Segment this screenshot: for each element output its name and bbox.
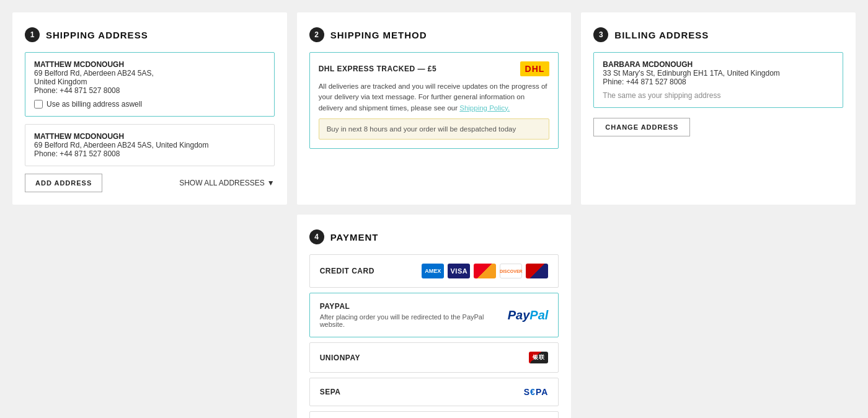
payment-section: 4 PAYMENT CREDIT CARD AMEX VISA DISCOVER [297, 215, 572, 418]
billing-address-box: BARBARA MCDONOUGH 33 St Mary's St, Edinb… [593, 52, 843, 108]
billing-address-phone: Phine: +44 871 527 8008 [603, 78, 834, 86]
billing-same-note: The same as your shipping address [603, 91, 834, 100]
mastercard-icon [474, 264, 496, 278]
change-address-button[interactable]: CHANGE ADDRESS [593, 118, 690, 136]
sepa-logo: S€PA [524, 387, 549, 397]
card-icons: AMEX VISA DISCOVER [420, 264, 548, 278]
shipping-method-name: DHL EXPRESS TRACKED — £5 [319, 64, 436, 73]
chevron-down-icon: ▼ [267, 179, 275, 187]
step-4-badge: 4 [309, 229, 324, 244]
billing-same-checkbox-row[interactable]: Use as billing address aswell [34, 100, 265, 109]
shipping-method-box[interactable]: DHL EXPRESS TRACKED — £5 DHL All deliver… [309, 52, 559, 149]
shipping-desc: All deliveries are tracked and you will … [319, 81, 550, 113]
paypal-label: PAYPAL [320, 302, 508, 311]
dhl-logo: DHL [520, 61, 550, 76]
selected-address-line2: United Kingdom [34, 78, 265, 86]
selected-address-box[interactable]: MATTHEW MCDONOUGH 69 Belford Rd, Aberdee… [25, 52, 275, 117]
alt-address-line1: 69 Belford Rd, Aberdeen AB24 5AS, United… [34, 141, 265, 149]
paypal-desc: After placing order you will be redirect… [320, 313, 508, 328]
shipping-method-title: SHIPPING METHOD [330, 30, 427, 40]
shipping-method-section: 2 SHIPPING METHOD DHL EXPRESS TRACKED — … [297, 12, 572, 205]
billing-address-header: 3 BILLING ADDRESS [593, 27, 843, 42]
paypal-logo: PayPal [508, 308, 549, 322]
billing-address-section: 3 BILLING ADDRESS BARBARA MCDONOUGH 33 S… [581, 12, 856, 205]
credit-card-label: CREDIT CARD [320, 267, 421, 275]
payment-option-dotpay[interactable]: DOTPAY ●dotpay [309, 411, 559, 418]
shipping-address-section: 1 SHIPPING ADDRESS MATTHEW MCDONOUGH 69 … [12, 12, 287, 205]
alt-address-box[interactable]: MATTHEW MCDONOUGH 69 Belford Rd, Aberdee… [25, 124, 275, 166]
payment-option-unionpay[interactable]: UNIONPAY 银联 [309, 342, 559, 373]
payment-option-sepa[interactable]: SEPA S€PA [309, 378, 559, 406]
shipping-method-info-header: DHL EXPRESS TRACKED — £5 DHL [319, 61, 550, 76]
paypal-p-blue: Pay [508, 308, 530, 322]
step-2-badge: 2 [309, 27, 324, 42]
amex-icon: AMEX [422, 264, 444, 278]
alt-address-phone: Phone: +44 871 527 8008 [34, 149, 265, 158]
visa-icon: VISA [448, 264, 470, 278]
payment-options-list: CREDIT CARD AMEX VISA DISCOVER PAYPAL Af… [309, 254, 559, 418]
step-1-badge: 1 [25, 27, 40, 42]
address-actions: ADD ADDRESS SHOW ALL ADDRESSES ▼ [25, 174, 275, 192]
add-address-button[interactable]: ADD ADDRESS [25, 174, 102, 192]
billing-same-label: Use as billing address aswell [46, 100, 142, 109]
billing-address-title: BILLING ADDRESS [614, 30, 709, 40]
dispatch-notice: Buy in next 8 hours and your order will … [319, 118, 550, 140]
shipping-address-title: SHIPPING ADDRESS [46, 30, 148, 40]
selected-address-line1: 69 Belford Rd, Aberdeen AB24 5AS, [34, 69, 265, 78]
show-all-addresses-link[interactable]: SHOW ALL ADDRESSES ▼ [179, 179, 275, 187]
shipping-policy-link[interactable]: Shipping Policy. [459, 104, 510, 112]
billing-address-name: BARBARA MCDONOUGH [603, 60, 834, 69]
payment-option-paypal[interactable]: PAYPAL After placing order you will be r… [309, 293, 559, 337]
payment-option-credit-card[interactable]: CREDIT CARD AMEX VISA DISCOVER [309, 254, 559, 288]
selected-address-name: MATTHEW MCDONOUGH [34, 60, 265, 69]
alt-address-name: MATTHEW MCDONOUGH [34, 132, 265, 141]
unionpay-label: UNIONPAY [320, 354, 529, 362]
billing-same-checkbox[interactable] [34, 100, 43, 109]
step-3-badge: 3 [593, 27, 608, 42]
sepa-label: SEPA [320, 388, 524, 396]
discover-icon: DISCOVER [500, 264, 522, 278]
billing-address-line1: 33 St Mary's St, Edinburgh EH1 1TA, Unit… [603, 69, 834, 78]
paypal-pal-lightblue: Pal [529, 308, 548, 322]
shipping-address-header: 1 SHIPPING ADDRESS [25, 27, 275, 42]
shipping-method-header: 2 SHIPPING METHOD [309, 27, 559, 42]
unionpay-logo: 银联 [529, 352, 548, 363]
selected-address-phone: Phone: +44 871 527 8008 [34, 86, 265, 95]
payment-header: 4 PAYMENT [309, 229, 559, 244]
payment-title: PAYMENT [330, 232, 379, 242]
maestro-icon [526, 264, 548, 278]
